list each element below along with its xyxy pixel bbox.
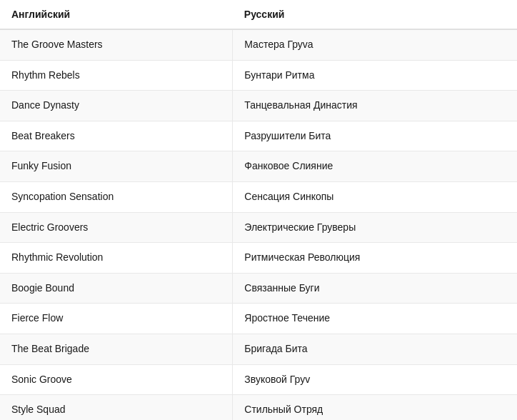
table-row: Sonic GrooveЗвуковой Груv — [0, 364, 517, 395]
table-row: Style SquadСтильный Отряд — [0, 395, 517, 420]
table-row: Funky FusionФанковое Слияние — [0, 151, 517, 182]
table-row: Electric GrooversЭлектрические Груверы — [0, 212, 517, 243]
table-row: Syncopation SensationСенсация Синкопы — [0, 181, 517, 212]
table-row: Fierce FlowЯростное Течение — [0, 304, 517, 334]
cell-russian: Стильный Отряд — [233, 395, 517, 420]
cell-russian: Бунтари Ритма — [233, 60, 517, 91]
cell-russian: Электрические Груверы — [233, 212, 517, 243]
cell-russian: Ритмическая Революция — [233, 243, 517, 274]
cell-english: Style Squad — [0, 395, 233, 420]
cell-english: Syncopation Sensation — [0, 181, 233, 212]
cell-russian: Танцевальная Династия — [233, 91, 517, 121]
cell-russian: Бригада Бита — [233, 334, 517, 364]
table-row: Boogie BoundСвязанные Буги — [0, 273, 517, 304]
table-row: Rhythm RebelsБунтари Ритма — [0, 60, 517, 91]
cell-english: The Groove Masters — [0, 29, 233, 60]
cell-russian: Фанковое Слияние — [233, 151, 517, 182]
table-header-row: Английский Русский — [0, 0, 517, 29]
table-row: Beat BreakersРазрушители Бита — [0, 121, 517, 151]
cell-english: Rhythm Rebels — [0, 60, 233, 91]
cell-english: Funky Fusion — [0, 151, 233, 182]
cell-russian: Мастера Груva — [233, 29, 517, 60]
cell-russian: Яростное Течение — [233, 304, 517, 334]
cell-russian: Связанные Буги — [233, 273, 517, 304]
cell-english: Electric Groovers — [0, 212, 233, 243]
table-row: Dance DynastyТанцевальная Династия — [0, 91, 517, 121]
cell-english: Beat Breakers — [0, 121, 233, 151]
translation-table: Английский Русский The Groove MastersМас… — [0, 0, 517, 420]
table-row: The Beat BrigadeБригада Бита — [0, 334, 517, 364]
cell-english: Boogie Bound — [0, 273, 233, 304]
table-row: The Groove MastersМастера Груva — [0, 29, 517, 60]
cell-english: Sonic Groove — [0, 364, 233, 395]
cell-russian: Звуковой Груv — [233, 364, 517, 395]
table-row: Rhythmic RevolutionРитмическая Революция — [0, 243, 517, 274]
header-russian: Русский — [233, 0, 517, 29]
cell-russian: Разрушители Бита — [233, 121, 517, 151]
cell-english: Fierce Flow — [0, 304, 233, 334]
cell-english: Rhythmic Revolution — [0, 243, 233, 274]
cell-english: The Beat Brigade — [0, 334, 233, 364]
header-english: Английский — [0, 0, 233, 29]
cell-russian: Сенсация Синкопы — [233, 181, 517, 212]
cell-english: Dance Dynasty — [0, 91, 233, 121]
